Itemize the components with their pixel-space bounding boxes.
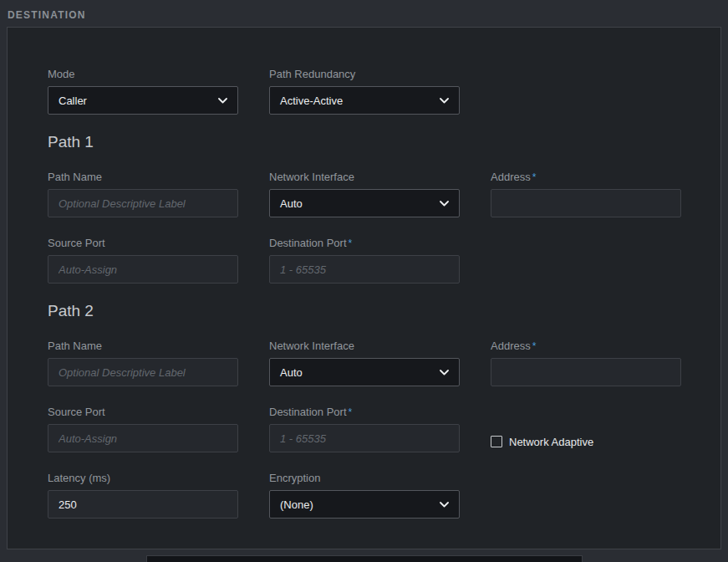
path-redundancy-select[interactable]: Active-Active [269,86,460,115]
path1-destination-port-label: Destination Port* [269,237,460,250]
path2-address-label-text: Address [491,340,531,352]
path2-network-interface-value: Auto [280,366,303,379]
latency-label: Latency (ms) [48,472,238,485]
path2-name-input[interactable] [48,358,238,386]
latency-input[interactable] [48,490,238,519]
path2-network-interface-select[interactable]: Auto [269,358,460,386]
path1-row1: Path Name Network Interface Auto Address… [48,171,720,217]
path2-source-port-input[interactable] [48,424,238,452]
path2-row1: Path Name Network Interface Auto Address… [48,340,720,386]
path1-destination-port-input[interactable] [269,255,460,284]
chevron-down-icon [440,201,449,207]
destination-panel: Mode Caller Path Redundancy Active-Activ… [7,27,721,549]
path1-address-field: Address* [491,171,681,217]
path2-source-port-label: Source Port [48,406,238,419]
path1-network-interface-label: Network Interface [269,171,460,184]
mode-field: Mode Caller [48,68,238,115]
encryption-select-value: (None) [280,498,313,511]
required-asterisk: * [532,171,537,183]
path2-network-interface-label: Network Interface [269,340,460,353]
path-redundancy-field: Path Redundancy Active-Active [269,68,460,115]
path-redundancy-label: Path Redundancy [269,68,460,81]
path2-destination-port-label-text: Destination Port [269,406,347,418]
path1-name-field: Path Name [48,171,238,217]
path1-source-port-label: Source Port [48,237,238,250]
path2-destination-port-label: Destination Port* [269,406,460,419]
path1-network-interface-select[interactable]: Auto [269,189,460,217]
chevron-down-icon [440,98,449,104]
chevron-down-icon [440,502,449,508]
path1-address-label-text: Address [491,171,531,183]
path1-source-port-field: Source Port [48,237,238,284]
required-asterisk: * [349,238,353,249]
encryption-label: Encryption [269,472,460,485]
path1-address-input[interactable] [491,189,681,217]
path1-name-label: Path Name [48,171,238,184]
path1-destination-port-label-text: Destination Port [269,237,347,249]
path2-name-label: Path Name [48,340,238,353]
mode-select[interactable]: Caller [48,86,238,115]
path2-destination-port-input[interactable] [269,424,460,452]
latency-field: Latency (ms) [48,472,238,519]
path2-address-label: Address* [491,340,681,353]
path2-source-port-field: Source Port [48,406,238,452]
next-panel-partial [146,555,583,562]
path2-heading: Path 2 [48,302,720,320]
path1-network-interface-field: Network Interface Auto [269,171,460,217]
path1-heading: Path 1 [48,133,720,151]
network-adaptive-checkbox[interactable]: Network Adaptive [491,424,681,452]
mode-select-value: Caller [59,95,87,107]
path1-source-port-input[interactable] [48,255,238,284]
path2-network-interface-field: Network Interface Auto [269,340,460,386]
path2-destination-port-field: Destination Port* [269,406,460,452]
mode-row: Mode Caller Path Redundancy Active-Activ… [48,68,720,115]
path2-address-field: Address* [491,340,681,386]
network-adaptive-label: Network Adaptive [509,436,593,448]
latency-row: Latency (ms) Encryption (None) [48,472,720,519]
encryption-field: Encryption (None) [269,472,460,519]
path1-destination-port-field: Destination Port* [269,237,460,284]
chevron-down-icon [440,370,449,376]
path1-address-label: Address* [491,171,681,184]
encryption-select[interactable]: (None) [269,490,460,519]
required-asterisk: * [349,406,353,418]
path2-name-field: Path Name [48,340,238,386]
page-title: DESTINATION [8,9,86,21]
network-adaptive-field: Network Adaptive [491,424,681,452]
path1-name-input[interactable] [48,189,238,217]
path2-row2: Source Port Destination Port* Network Ad… [48,406,720,452]
path2-address-input[interactable] [491,358,681,386]
path1-network-interface-value: Auto [280,197,303,210]
chevron-down-icon [218,98,227,104]
mode-label: Mode [48,68,238,81]
path-redundancy-select-value: Active-Active [280,95,343,107]
required-asterisk: * [532,340,537,352]
checkbox-icon [491,436,502,447]
path1-row2: Source Port Destination Port* [48,237,720,284]
